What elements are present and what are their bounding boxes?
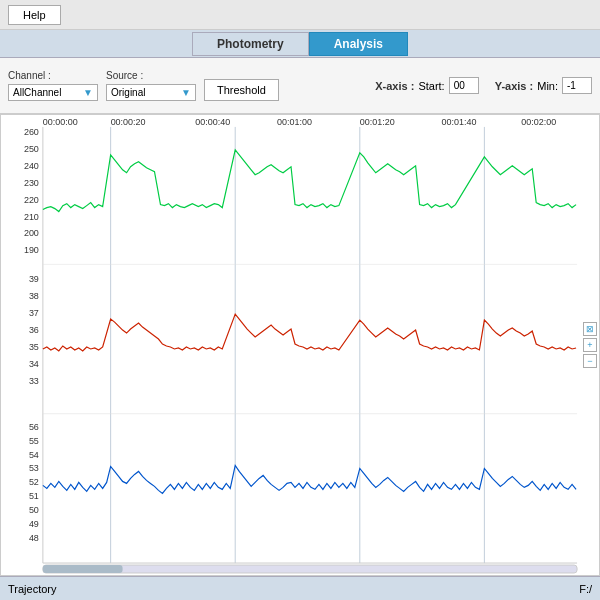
svg-text:55: 55 [29,436,39,446]
tab-analysis[interactable]: Analysis [309,32,408,56]
yaxis-group: Y-axis : Min: -1 [495,77,592,94]
xaxis-label: X-axis : [375,80,414,92]
svg-text:39: 39 [29,274,39,284]
top-bar: Help [0,0,600,30]
svg-text:48: 48 [29,533,39,543]
svg-rect-0 [1,115,599,575]
svg-text:00:01:20: 00:01:20 [360,117,395,127]
svg-text:00:00:20: 00:00:20 [111,117,146,127]
svg-text:54: 54 [29,450,39,460]
svg-text:35: 35 [29,342,39,352]
source-group: Source : Original ▼ [106,70,196,101]
xaxis-start-value[interactable]: 00 [449,77,479,94]
svg-text:00:00:00: 00:00:00 [43,117,78,127]
xaxis-start-label: Start: [418,80,444,92]
svg-text:00:02:00: 00:02:00 [521,117,556,127]
svg-text:260: 260 [24,127,39,137]
main-content: 260 250 240 230 220 210 200 190 39 38 37… [0,114,600,576]
channel-arrow-icon: ▼ [83,87,93,98]
svg-text:00:01:40: 00:01:40 [442,117,477,127]
yaxis-min-label: Min: [537,80,558,92]
svg-text:49: 49 [29,519,39,529]
svg-text:210: 210 [24,212,39,222]
svg-rect-41 [43,565,123,573]
source-value: Original [111,87,145,98]
source-select[interactable]: Original ▼ [106,84,196,101]
svg-text:250: 250 [24,144,39,154]
svg-text:53: 53 [29,463,39,473]
trajectory-label: Trajectory [8,583,57,595]
controls-row: Channel : AllChannel ▼ Source : Original… [0,58,600,114]
chart-container: 260 250 240 230 220 210 200 190 39 38 37… [0,114,600,576]
yaxis-label: Y-axis : [495,80,534,92]
svg-text:38: 38 [29,291,39,301]
svg-text:33: 33 [29,376,39,386]
svg-text:00:00:40: 00:00:40 [195,117,230,127]
svg-text:50: 50 [29,505,39,515]
svg-text:36: 36 [29,325,39,335]
status-bar: Trajectory F:/ [0,576,600,600]
svg-text:00:01:00: 00:01:00 [277,117,312,127]
svg-text:190: 190 [24,245,39,255]
threshold-button[interactable]: Threshold [204,79,279,101]
file-path: F:/ [579,583,592,595]
scroll-buttons: ⊠ + − [583,322,597,368]
source-arrow-icon: ▼ [181,87,191,98]
xaxis-group: X-axis : Start: 00 [375,77,478,94]
yaxis-min-value[interactable]: -1 [562,77,592,94]
svg-text:200: 200 [24,228,39,238]
svg-text:52: 52 [29,477,39,487]
zoom-in-icon[interactable]: + [583,338,597,352]
svg-text:230: 230 [24,178,39,188]
chart-svg: 260 250 240 230 220 210 200 190 39 38 37… [1,115,599,575]
svg-text:34: 34 [29,359,39,369]
source-label: Source : [106,70,196,81]
help-button[interactable]: Help [8,5,61,25]
svg-text:51: 51 [29,491,39,501]
channel-select[interactable]: AllChannel ▼ [8,84,98,101]
tab-photometry[interactable]: Photometry [192,32,309,56]
channel-label: Channel : [8,70,98,81]
svg-text:37: 37 [29,308,39,318]
svg-text:220: 220 [24,195,39,205]
channel-value: AllChannel [13,87,61,98]
svg-text:56: 56 [29,422,39,432]
zoom-out-icon[interactable]: − [583,354,597,368]
channel-group: Channel : AllChannel ▼ [8,70,98,101]
svg-text:240: 240 [24,161,39,171]
svg-rect-40 [43,565,577,573]
axis-controls: X-axis : Start: 00 Y-axis : Min: -1 [375,77,592,94]
tab-area: Photometry Analysis [0,30,600,58]
expand-icon[interactable]: ⊠ [583,322,597,336]
